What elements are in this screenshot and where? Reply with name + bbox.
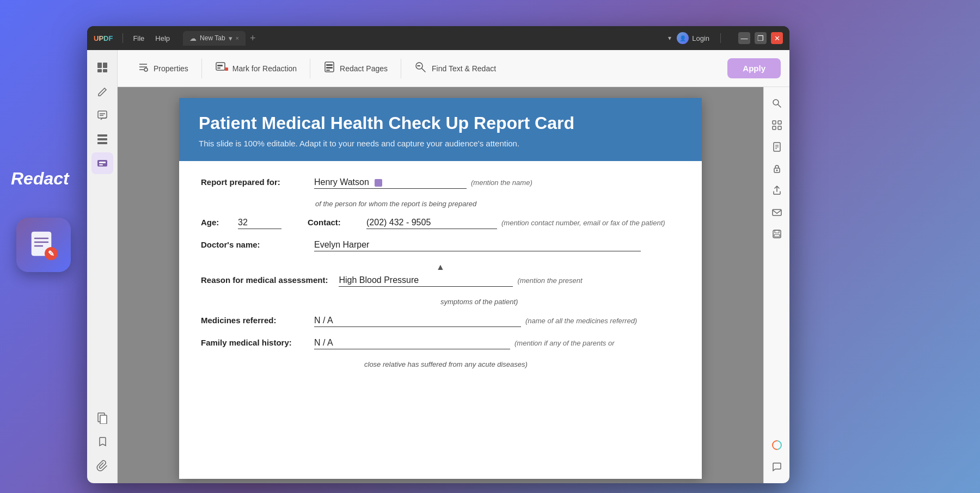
find-text-redact-tool[interactable]: Find Text & Redact [403,56,507,81]
form-row-report-for: Report prepared for: Henry Watson (menti… [201,177,680,189]
contact-hint: (mention contact number, email or fax of… [501,219,665,227]
svg-rect-49 [773,209,781,215]
pdf-scroll-area[interactable]: Patient Medical Health Check Up Report C… [118,87,763,483]
sidebar-icon-edit[interactable] [91,81,113,102]
svg-rect-52 [774,235,780,237]
medicines-value: N / A [314,316,521,327]
pdf-header: Patient Medical Health Check Up Report C… [179,98,702,161]
right-search-icon[interactable] [767,94,787,113]
right-chat-icon[interactable] [767,457,787,477]
pdf-page: Patient Medical Health Check Up Report C… [179,98,702,479]
tab-area: ☁ New Tab ▾ × + [183,31,260,46]
sidebar-icon-redact[interactable] [91,152,113,174]
svg-rect-31 [326,64,333,66]
sidebar-icon-pages[interactable] [91,407,113,429]
tab-close-btn[interactable]: × [236,35,239,41]
apply-button[interactable]: Apply [727,58,781,78]
tab-new[interactable]: ☁ New Tab ▾ × [183,31,246,46]
right-share-icon[interactable] [767,181,787,200]
redact-pages-tool[interactable]: Redact Pages [313,56,399,81]
contact-label: Contact: [308,218,362,227]
medicines-hint: (name of all the medicines referred) [525,317,637,325]
pdf-body: Report prepared for: Henry Watson (menti… [179,161,702,385]
find-text-redact-label: Find Text & Redact [432,64,496,73]
app-icon: ✎ [16,218,71,272]
svg-rect-16 [97,142,107,144]
doctor-value: Evelyn Harper [314,240,641,251]
svg-rect-27 [217,65,223,66]
tab-dropdown-icon[interactable]: ▾ [229,34,232,42]
svg-rect-8 [103,63,107,68]
mark-for-redaction-label: Mark for Redaction [232,64,297,73]
titlebar-right: ▾ 👤 Login — ❐ ✕ [668,32,783,44]
properties-tool[interactable]: Properties [126,56,199,81]
age-label: Age: [201,218,234,227]
svg-line-38 [778,104,781,107]
tab-add-btn[interactable]: + [246,33,260,44]
form-row-doctor: Doctor's name: Evelyn Harper [201,240,680,251]
reason-hint: (mention the present [517,276,582,285]
tab-cloud-icon: ☁ [189,34,197,42]
main-area: Properties Mark for Redaction Redact Pag… [87,50,789,483]
sidebar-icon-bookmarks[interactable] [91,431,113,453]
login-label: Login [692,34,709,42]
family-history-value: N / A [314,338,510,349]
maximize-button[interactable]: ❐ [755,32,767,44]
svg-rect-7 [97,63,102,68]
mark-redaction-icon [215,61,228,76]
right-color-icon[interactable] [767,435,787,455]
find-text-icon [414,61,427,76]
svg-rect-21 [100,415,107,424]
family-history-label: Family medical history: [201,338,310,347]
right-sidebar [763,87,789,483]
contact-value: (202) 432 - 9505 [366,218,497,229]
sidebar-icon-thumbnail[interactable] [91,57,113,78]
redact-pages-icon [323,61,335,76]
right-document-icon[interactable] [767,137,787,157]
svg-rect-15 [97,138,107,140]
redact-pages-label: Redact Pages [340,64,388,73]
main-window: UPDF File Help ☁ New Tab ▾ × + ▾ 👤 Login [87,26,789,483]
minimize-button[interactable]: — [738,32,750,44]
right-ocr-icon[interactable] [767,115,787,135]
svg-rect-39 [773,121,776,124]
toolbar: Properties Mark for Redaction Redact Pag… [118,50,789,87]
toolbar-divider-3 [401,59,401,78]
mark-for-redaction-tool[interactable]: Mark for Redaction [204,56,308,81]
svg-point-48 [776,170,777,171]
login-button[interactable]: 👤 Login [677,32,709,44]
pdf-document-subtitle: This slide is 100% editable. Adapt it to… [199,139,682,148]
svg-rect-28 [217,67,220,69]
svg-point-25 [144,68,148,71]
sidebar-icon-organize[interactable] [91,128,113,150]
svg-rect-41 [773,126,776,130]
right-lock-icon[interactable] [767,159,787,178]
reason-label: Reason for medical assessment: [201,275,328,285]
report-for-hint: (mention the name) [471,178,532,187]
reason-subtext: symptoms of the patient) [201,298,680,306]
close-button[interactable]: ✕ [771,32,783,44]
right-save-icon[interactable] [767,224,787,244]
svg-rect-32 [326,67,333,69]
form-row-age-contact: Age: 32 Contact: (202) 432 - 9505 (menti… [201,218,680,229]
redaction-mark [375,179,382,187]
svg-rect-18 [99,162,106,163]
svg-text:✎: ✎ [48,249,54,258]
left-sidebar [87,50,118,483]
sidebar-icon-attachments[interactable] [91,455,113,477]
svg-rect-36 [417,65,420,66]
file-menu[interactable]: File [128,32,149,45]
svg-rect-42 [778,126,781,130]
content-area: Properties Mark for Redaction Redact Pag… [118,50,789,483]
family-history-subtext: close relative has suffered from any acu… [201,360,680,368]
sidebar-icon-annotate[interactable] [91,104,113,126]
titlebar-dropdown-icon[interactable]: ▾ [668,34,671,42]
svg-rect-19 [99,164,103,165]
help-menu[interactable]: Help [151,32,174,45]
reason-value: High Blood Pressure [339,275,513,287]
right-email-icon[interactable] [767,202,787,222]
svg-rect-10 [103,69,107,72]
svg-line-35 [422,69,425,72]
login-avatar: 👤 [677,32,689,44]
family-history-hint: (mention if any of the parents or [514,339,615,347]
